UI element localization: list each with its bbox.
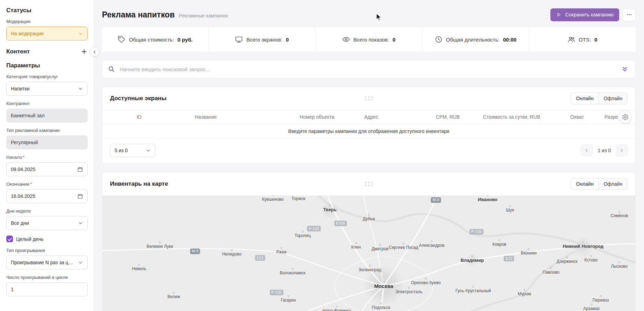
- weekdays-field: Дни недели Все дни: [6, 208, 88, 230]
- counterparty-input: Банкетный зал: [6, 109, 88, 123]
- save-campaign-label: Сохранить кампанию: [565, 12, 614, 17]
- map-online-button[interactable]: Онлайн: [571, 178, 598, 190]
- play-type-select[interactable]: Проигрывание N раз за цикл: [6, 256, 88, 269]
- price-tag-icon: [118, 36, 125, 43]
- stat-label: Всего показов:: [353, 37, 389, 43]
- double-chevron-down-icon: [621, 66, 628, 73]
- stat-label: Всего экранов:: [246, 37, 282, 43]
- category-select[interactable]: Напитки: [6, 82, 88, 96]
- stat-total-screens: Всего экранов: 0: [208, 27, 315, 52]
- weekdays-select[interactable]: Все дни: [6, 216, 88, 230]
- all-day-toggle[interactable]: Целый день: [6, 236, 88, 242]
- stat-value: 0: [594, 37, 597, 43]
- moderation-select[interactable]: На модерации: [6, 27, 88, 40]
- end-date-value: 16.04.2025: [11, 193, 35, 199]
- plus-icon: [81, 48, 88, 55]
- stat-total-duration: Общая длительность: 00:00: [422, 27, 529, 52]
- stat-total-impressions: Всего показов: 0: [315, 27, 422, 52]
- page-title: Реклама напитков: [102, 10, 175, 20]
- chevron-down-icon: [78, 86, 83, 91]
- counterparty-label: Контрагент: [6, 101, 88, 106]
- chevron-down-icon: [78, 260, 83, 265]
- moderation-label: Модерация: [6, 19, 88, 24]
- column-header[interactable]: Охват: [565, 110, 600, 124]
- end-date-input[interactable]: 16.04.2025: [6, 189, 88, 203]
- breadcrumb[interactable]: Рекламные кампании: [179, 13, 228, 18]
- stat-value: 0 руб.: [177, 37, 192, 43]
- screens-icon: [235, 36, 243, 43]
- map-offline-button[interactable]: Офлайн: [598, 178, 627, 190]
- search-input[interactable]: [119, 66, 616, 73]
- column-header[interactable]: Адрес: [359, 110, 431, 124]
- duration-clock-icon: [435, 36, 442, 43]
- pagination: 1 из 0: [581, 145, 628, 156]
- end-date-label: Окончание*: [6, 182, 88, 187]
- play-type-field: Тип проигрывания Проигрывание N раз за ц…: [6, 248, 88, 269]
- start-date-field: Начало* 09.04.2025: [6, 155, 88, 176]
- gear-icon: [622, 114, 629, 120]
- screens-online-offline-toggle: Онлайн Офлайн: [571, 92, 628, 104]
- collapse-sidebar-button[interactable]: [90, 47, 99, 57]
- chevron-right-icon: [619, 148, 624, 153]
- stat-label: OTS:: [579, 37, 591, 43]
- next-page-button[interactable]: [616, 145, 628, 156]
- statuses-title: Статусы: [6, 7, 88, 14]
- category-label: Категория товаров/услуг: [6, 74, 88, 79]
- play-type-label: Тип проигрывания: [6, 248, 88, 253]
- chevron-down-icon: [146, 148, 151, 153]
- map-card-title: Инвентарь на карте: [110, 180, 168, 187]
- expand-filters-button[interactable]: [620, 64, 630, 74]
- column-header[interactable]: Стоимость за сутки, RUB: [478, 110, 565, 124]
- stat-ots: OTS: 0: [529, 27, 636, 52]
- chevron-down-icon: [78, 221, 83, 226]
- campaign-type-input: Регулярный: [6, 135, 88, 149]
- play-count-input[interactable]: 1: [6, 282, 88, 296]
- screens-online-button[interactable]: Онлайн: [571, 93, 598, 104]
- chevron-down-icon: [78, 31, 83, 36]
- column-header[interactable]: [102, 110, 132, 124]
- calendar-icon: [77, 193, 83, 199]
- loading-dots-indicator: [365, 96, 373, 101]
- page-header: Реклама напитков Рекламные кампании Сохр…: [102, 6, 636, 24]
- play-count-field: Число проигрываний в цикле 1: [6, 275, 88, 296]
- stat-label: Общая стоимость:: [129, 37, 174, 43]
- impressions-eye-icon: [342, 36, 350, 43]
- all-day-checkbox[interactable]: [6, 236, 13, 242]
- chevron-left-icon: [584, 148, 589, 153]
- category-value: Напитки: [11, 86, 30, 91]
- start-date-value: 09.04.2025: [11, 166, 35, 172]
- save-campaign-button[interactable]: Сохранить кампанию: [550, 8, 619, 21]
- calendar-icon: [77, 166, 83, 172]
- campaign-stats-bar: Общая стоимость: 0 руб. Всего экранов: 0…: [102, 27, 636, 52]
- previous-page-button[interactable]: [581, 145, 593, 156]
- column-header[interactable]: CPM, RUB: [431, 110, 478, 124]
- screens-empty-message: Введите параметры кампании для отображен…: [102, 124, 635, 139]
- inventory-map[interactable]: М-8Е105Р-132Р-132М-9Е22Е22Р-132М-2 Кувши…: [102, 195, 635, 311]
- weekdays-label: Дни недели: [6, 208, 88, 214]
- column-settings-button[interactable]: [619, 111, 631, 123]
- counterparty-value: Банкетный зал: [11, 113, 45, 118]
- stat-label: Общая длительность:: [446, 37, 499, 43]
- category-field: Категория товаров/услуг Напитки: [6, 74, 88, 96]
- page-size-select[interactable]: 5 из 0: [110, 144, 155, 157]
- stat-total-cost: Общая стоимость: 0 руб.: [102, 27, 208, 52]
- more-actions-button[interactable]: [623, 8, 636, 21]
- column-header[interactable]: [170, 110, 190, 124]
- play-count-label: Число проигрываний в цикле: [6, 275, 88, 280]
- start-date-input[interactable]: 09.04.2025: [6, 162, 88, 176]
- column-header[interactable]: ID: [132, 110, 170, 124]
- play-type-value: Проигрывание N раз за цикл: [11, 260, 75, 265]
- available-screens-card: Доступные экраны Онлайн Офлайн IDНазвани…: [102, 87, 636, 164]
- column-header[interactable]: Номер объекта: [295, 110, 359, 124]
- campaign-type-field: Тип рекламной кампании Регулярный: [6, 128, 88, 149]
- campaign-type-label: Тип рекламной кампании: [6, 128, 88, 133]
- screens-table-footer: 5 из 0 1 из 0: [102, 139, 635, 163]
- column-header[interactable]: Название: [190, 110, 295, 124]
- add-content-button[interactable]: [81, 48, 88, 55]
- play-icon: [556, 12, 562, 17]
- screens-table-header-row: IDНазваниеНомер объектаАдресCPM, RUBСтои…: [102, 110, 635, 124]
- end-date-field: Окончание* 16.04.2025: [6, 182, 88, 203]
- screens-offline-button[interactable]: Офлайн: [598, 93, 627, 104]
- screens-card-title: Доступные экраны: [110, 95, 167, 102]
- map-roads-layer: [102, 195, 635, 311]
